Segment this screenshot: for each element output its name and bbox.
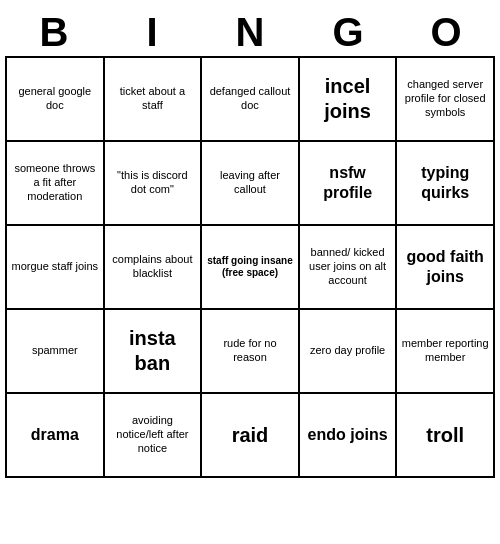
bingo-cell-r0c1[interactable]: ticket about a staff [105,58,203,142]
bingo-cell-r1c2[interactable]: leaving after callout [202,142,300,226]
bingo-cell-r4c4[interactable]: troll [397,394,495,478]
bingo-letter-i: I [103,8,201,56]
bingo-letter-g: G [299,8,397,56]
bingo-cell-r4c0[interactable]: drama [7,394,105,478]
bingo-cell-r3c3[interactable]: zero day profile [300,310,398,394]
bingo-letter-n: N [201,8,299,56]
bingo-cell-r1c0[interactable]: someone throws a fit after moderation [7,142,105,226]
bingo-cell-r3c2[interactable]: rude for no reason [202,310,300,394]
bingo-cell-r4c1[interactable]: avoiding notice/left after notice [105,394,203,478]
bingo-letter-o: O [397,8,495,56]
bingo-cell-r0c3[interactable]: incel joins [300,58,398,142]
bingo-cell-r2c0[interactable]: morgue staff joins [7,226,105,310]
bingo-cell-r4c3[interactable]: endo joins [300,394,398,478]
bingo-cell-r2c3[interactable]: banned/ kicked user joins on alt account [300,226,398,310]
bingo-cell-r1c4[interactable]: typing quirks [397,142,495,226]
bingo-cell-r0c2[interactable]: defanged callout doc [202,58,300,142]
bingo-cell-r3c1[interactable]: insta ban [105,310,203,394]
bingo-cell-r1c3[interactable]: nsfw profile [300,142,398,226]
bingo-cell-r2c4[interactable]: good faith joins [397,226,495,310]
bingo-cell-r3c4[interactable]: member reporting member [397,310,495,394]
bingo-letter-b: B [5,8,103,56]
bingo-cell-r0c0[interactable]: general google doc [7,58,105,142]
bingo-header: BINGO [5,8,495,56]
bingo-grid: general google docticket about a staffde… [5,56,495,478]
bingo-card: BINGO general google docticket about a s… [5,8,495,478]
bingo-cell-r1c1[interactable]: "this is discord dot com" [105,142,203,226]
bingo-cell-r4c2[interactable]: raid [202,394,300,478]
bingo-cell-r0c4[interactable]: changed server profile for closed symbol… [397,58,495,142]
bingo-cell-r2c2[interactable]: staff going insane (free space) [202,226,300,310]
bingo-cell-r2c1[interactable]: complains about blacklist [105,226,203,310]
bingo-cell-r3c0[interactable]: spammer [7,310,105,394]
